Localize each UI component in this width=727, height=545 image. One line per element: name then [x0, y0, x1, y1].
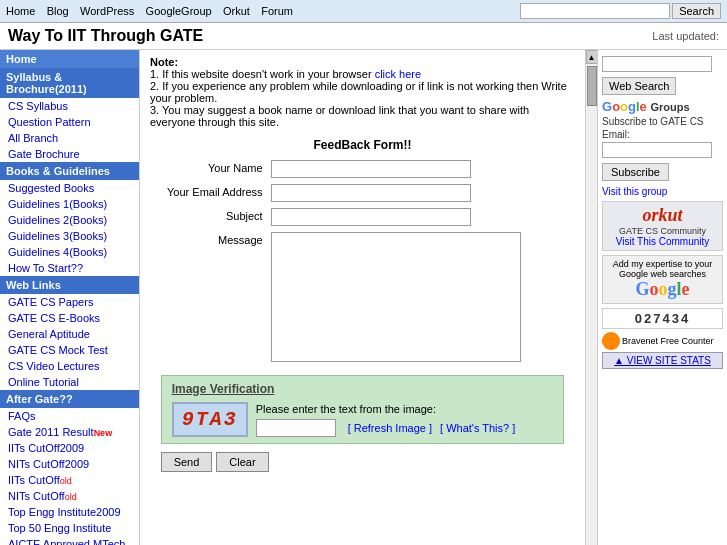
click-here-link[interactable]: click here [375, 68, 421, 80]
iv-refresh-link[interactable]: [ Refresh Image ] [348, 422, 432, 434]
gl-e: e [682, 279, 690, 299]
sidebar-section-aftergate[interactable]: After Gate?? [0, 390, 139, 408]
sidebar-gate-result[interactable]: Gate 2011 ResultNew [0, 424, 139, 440]
nav-orkut[interactable]: Orkut [223, 5, 250, 17]
whats-this-link[interactable]: [ What's This? ] [440, 422, 515, 434]
google-groups-label: Google Groups [602, 99, 723, 114]
nav-home[interactable]: Home [6, 5, 35, 17]
sidebar-top-engg-2009[interactable]: Top Engg Institute2009 [0, 504, 139, 520]
subject-label: Subject [161, 208, 271, 222]
gg-e: e [640, 99, 647, 114]
iv-right: Please enter the text from the image: [ … [256, 403, 516, 437]
note-line-3: 3. You may suggest a book name or downlo… [150, 104, 529, 128]
sidebar-suggested-books[interactable]: Suggested Books [0, 180, 139, 196]
sidebar-nits-cutoff2009[interactable]: NITs CutOff2009 [0, 456, 139, 472]
email-label: Your Email Address [161, 184, 271, 198]
email-label: Email: [602, 129, 723, 140]
gl-o2: o [659, 279, 668, 299]
gg-groups: Groups [650, 101, 689, 113]
sidebar-how-to-start[interactable]: How To Start?? [0, 260, 139, 276]
visit-group-link[interactable]: Visit this group [602, 186, 723, 197]
google-expertise-widget: Add my expertise to your Google web sear… [602, 255, 723, 304]
bravenet-icon [602, 332, 620, 350]
email-field-container [271, 184, 471, 202]
image-verification: Image Verification 9TA3 Please enter the… [161, 375, 565, 444]
clear-button[interactable]: Clear [216, 452, 268, 472]
note-line-2: 2. If you experience any problem while d… [150, 80, 567, 104]
scroll-thumb[interactable] [587, 66, 597, 106]
new-badge: New [94, 428, 113, 438]
orkut-widget: orkut GATE CS Community Visit This Commu… [602, 201, 723, 251]
email-row: Your Email Address [161, 184, 565, 202]
subject-row: Subject [161, 208, 565, 226]
sidebar-guidelines-2[interactable]: Guidelines 2(Books) [0, 212, 139, 228]
sidebar-top-50-engg[interactable]: Top 50 Engg Institute [0, 520, 139, 536]
sidebar-section-syllabus[interactable]: Syllabus & Brochure(2011) [0, 68, 139, 98]
send-button[interactable]: Send [161, 452, 213, 472]
sidebar-iits-cutoff-old[interactable]: IITs CutOffold [0, 472, 139, 488]
right-search-input[interactable] [602, 56, 712, 72]
form-buttons: Send Clear [161, 452, 565, 472]
gl-o: o [650, 279, 659, 299]
free-counter-text: Bravenet Free Counter [622, 336, 714, 346]
message-field-container [271, 232, 521, 365]
name-row: Your Name [161, 160, 565, 178]
sidebar-home[interactable]: Home [0, 50, 139, 68]
top-nav-bar: Home Blog WordPress GoogleGroup Orkut Fo… [0, 0, 727, 23]
view-stats-link[interactable]: ▲ VIEW SITE STATS [602, 352, 723, 369]
nav-wordpress[interactable]: WordPress [80, 5, 134, 17]
sidebar-all-branch[interactable]: All Branch [0, 130, 139, 146]
subject-input[interactable] [271, 208, 471, 226]
sidebar-gate-cs-papers[interactable]: GATE CS Papers [0, 294, 139, 310]
site-title: Way To IIT Through GATE [8, 27, 203, 45]
subject-field-container [271, 208, 471, 226]
scroll-up-arrow[interactable]: ▲ [586, 50, 598, 64]
scrollbar[interactable]: ▲ ▼ [585, 50, 597, 545]
note-label: Note: [150, 56, 178, 68]
sidebar-aicte[interactable]: AICTE Approved MTech Inst. [0, 536, 139, 545]
sidebar: Home Syllabus & Brochure(2011) CS Syllab… [0, 50, 140, 545]
nav-forum[interactable]: Forum [261, 5, 293, 17]
name-field-container [271, 160, 471, 178]
name-input[interactable] [271, 160, 471, 178]
nav-googlegroup[interactable]: GoogleGroup [146, 5, 212, 17]
captcha-input[interactable] [256, 419, 336, 437]
sidebar-nits-cutoff-old[interactable]: NITs CutOffold [0, 488, 139, 504]
web-search-button[interactable]: Web Search [602, 77, 676, 95]
sidebar-general-aptitude[interactable]: General Aptitude [0, 326, 139, 342]
note-section: Note: 1. If this website doesn't work in… [150, 56, 575, 128]
sidebar-gate-cs-mock[interactable]: GATE CS Mock Test [0, 342, 139, 358]
subscribe-button[interactable]: Subscribe [602, 163, 669, 181]
last-updated: Last updated: [652, 30, 719, 42]
gg-o2: o [620, 99, 628, 114]
nav-blog[interactable]: Blog [47, 5, 69, 17]
search-input[interactable] [520, 3, 670, 19]
refresh-image-link[interactable]: [ Refresh Image ] [348, 422, 432, 434]
gg-G: G [602, 99, 612, 114]
iv-whatsthis-link[interactable]: [ What's This? ] [440, 422, 515, 434]
sidebar-cs-syllabus[interactable]: CS Syllabus [0, 98, 139, 114]
name-label: Your Name [161, 160, 271, 174]
sidebar-section-weblinks[interactable]: Web Links [0, 276, 139, 294]
sidebar-guidelines-1[interactable]: Guidelines 1(Books) [0, 196, 139, 212]
sidebar-gate-brochure[interactable]: Gate Brochure [0, 146, 139, 162]
visit-community-link[interactable]: Visit This Community [606, 236, 719, 247]
sidebar-guidelines-4[interactable]: Guidelines 4(Books) [0, 244, 139, 260]
top-nav-links: Home Blog WordPress GoogleGroup Orkut Fo… [6, 4, 301, 18]
email-input[interactable] [271, 184, 471, 202]
sidebar-guidelines-3[interactable]: Guidelines 3(Books) [0, 228, 139, 244]
subscribe-email-input[interactable] [602, 142, 712, 158]
sidebar-question-pattern[interactable]: Question Pattern [0, 114, 139, 130]
iv-input-container [256, 419, 336, 437]
sidebar-iits-cutoff2009[interactable]: IITs CutOff2009 [0, 440, 139, 456]
feedback-form: FeedBack Form!! Your Name Your Email Add… [161, 138, 565, 472]
sidebar-section-books[interactable]: Books & Guidelines [0, 162, 139, 180]
sidebar-gate-cs-ebooks[interactable]: GATE CS E-Books [0, 310, 139, 326]
sidebar-faqs[interactable]: FAQs [0, 408, 139, 424]
sidebar-online-tutorial[interactable]: Online Tutorial [0, 374, 139, 390]
iv-header: Image Verification [172, 382, 554, 396]
message-textarea[interactable] [271, 232, 521, 362]
search-button[interactable]: Search [672, 3, 721, 19]
sidebar-cs-video[interactable]: CS Video Lectures [0, 358, 139, 374]
iv-prompt: Please enter the text from the image: [256, 403, 516, 415]
